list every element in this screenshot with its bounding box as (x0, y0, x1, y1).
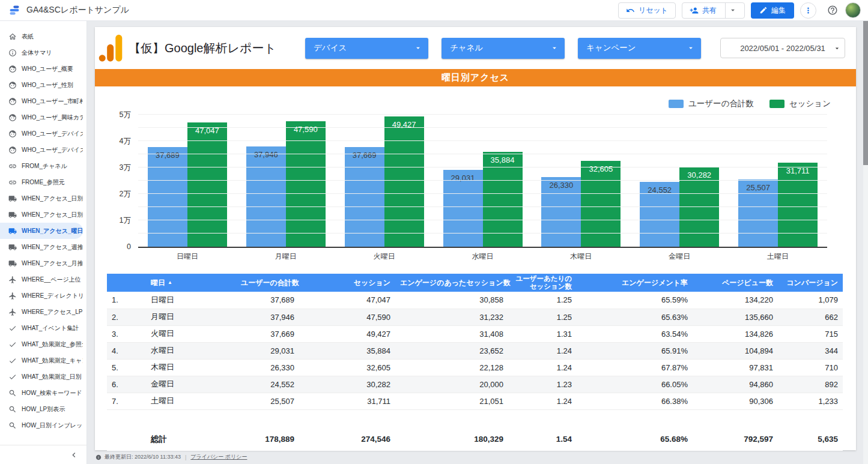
table-cell: 32,605 (299, 359, 395, 376)
table-cell: 35,884 (299, 342, 395, 359)
bar[interactable]: 29,031 (443, 170, 483, 247)
table-row[interactable]: 3.火曜日37,66949,42731,4081.3163.54%134,826… (107, 325, 843, 342)
sidebar-item[interactable]: HOW_日別インプレッシ... (0, 417, 83, 433)
bar-value-label: 37,946 (246, 150, 286, 159)
scrollbar-thumb[interactable] (863, 21, 868, 165)
gridline (138, 154, 827, 154)
sidebar-footer (0, 445, 86, 464)
filter-label: チャネル (450, 43, 483, 53)
column-header[interactable]: ユーザーの合計数 (236, 274, 299, 292)
y-axis-tick-label: 0 (127, 243, 131, 251)
sidebar-item-label: WHAT_効果測定_キャン... (22, 357, 83, 365)
date-range-picker[interactable]: 2022/05/01 - 2022/05/31 (720, 38, 845, 58)
bar[interactable]: 37,669 (345, 147, 384, 247)
column-header[interactable]: ページビュー数 (693, 274, 778, 292)
bar[interactable]: 37,689 (148, 147, 187, 247)
column-header[interactable]: セッション (299, 274, 395, 292)
table-cell: 135,660 (693, 309, 778, 325)
sidebar-item[interactable]: WHAT_効果測定_日別 (0, 369, 83, 385)
sidebar-item[interactable]: WHEN_アクセス_月推移 (0, 255, 83, 271)
table-row[interactable]: 1.日曜日37,68947,04730,8581.2565.59%134,220… (107, 292, 843, 309)
sidebar-item[interactable]: HOW_検索キーワード (0, 385, 83, 401)
bar[interactable]: 24,552 (640, 182, 679, 247)
filter-dropdown[interactable]: デバイス (305, 38, 428, 59)
column-header-label: 曜日 (151, 279, 165, 287)
column-header[interactable]: エンゲージのあったセッション数 (395, 274, 508, 292)
table-cell: 65.63% (577, 309, 693, 325)
sidebar-item[interactable]: WHEN_アクセス_曜日別 (0, 223, 83, 239)
sidebar-item[interactable]: WHO_ユーザ_デバイス (0, 125, 83, 142)
sidebar-item[interactable]: WHAT_イベント集計 (0, 320, 83, 336)
sidebar-item[interactable]: WHEN_アクセス_日別 (0, 190, 83, 206)
privacy-policy-link[interactable]: プライバシー ポリシー (190, 453, 247, 461)
column-header[interactable]: ユーザーあたりの セッション数 (508, 274, 577, 292)
chart-bars: 37,68947,04737,94647,59037,66949,42729,0… (138, 115, 827, 247)
sidebar-item[interactable]: 表紙 (0, 28, 83, 44)
sidebar-item[interactable]: WHO_ユーザー_市町村 (0, 93, 83, 109)
sidebar-item[interactable]: FROM_チャネル (0, 158, 83, 174)
face-icon (8, 146, 17, 154)
table-cell: 月曜日 (146, 309, 236, 325)
sidebar-item-label: HOW_日別インプレッシ... (22, 421, 83, 430)
face-icon (8, 146, 17, 154)
table-cell: 1,233 (778, 393, 843, 409)
sidebar-item[interactable]: WHO_ユーザ_興味カテ... (0, 109, 83, 125)
table-cell: 47,590 (299, 309, 395, 325)
sidebar-item[interactable]: WHO_ユーザ_概要 (0, 61, 83, 77)
table-cell: 金曜日 (146, 376, 236, 393)
help-button[interactable] (826, 4, 839, 17)
truck-icon (8, 227, 17, 235)
bar[interactable]: 26,330 (541, 177, 581, 247)
sidebar-item[interactable]: HOW_LP別表示 (0, 401, 83, 417)
sidebar-item[interactable]: WHERE_ディレクトリ上位 (0, 288, 83, 304)
bar[interactable]: 37,946 (246, 146, 286, 247)
share-button[interactable]: 共有 (682, 2, 745, 19)
app-title: GA4&SCレポートサンプル (26, 5, 129, 16)
table-cell: 710 (778, 359, 843, 376)
table-row[interactable]: 4.水曜日29,03135,88423,6521.2465.91%104,894… (107, 342, 843, 359)
sidebar-collapse-button[interactable] (67, 448, 80, 462)
column-header[interactable] (107, 274, 146, 292)
sidebar-item[interactable]: WHAT_効果測定_参照元別 (0, 336, 83, 352)
edit-button[interactable]: 編集 (751, 2, 794, 19)
row-index: 3. (107, 325, 146, 342)
filter-dropdown[interactable]: チャネル (442, 38, 565, 59)
sidebar-item[interactable]: WHERE_アクセス_LP (0, 304, 83, 320)
sidebar-item[interactable]: WHO_ユーザ_デバイス... (0, 142, 83, 158)
column-header[interactable]: 曜日▲ (146, 274, 236, 292)
sidebar-item[interactable]: WHEN_アクセス_日別昇順 (0, 206, 83, 223)
column-header[interactable]: エンゲージメント率 (577, 274, 693, 292)
truck-icon (8, 211, 17, 219)
plane-icon (8, 276, 17, 284)
chart-plot-area: 37,68947,04737,94647,59037,66949,42729,0… (138, 115, 827, 248)
more-options-button[interactable] (800, 2, 816, 19)
sidebar-item[interactable]: WHO_ユーザ_性別 (0, 77, 83, 93)
sidebar-item[interactable]: WHEN_アクセス_週推移 (0, 239, 83, 255)
table-row[interactable]: 6.金曜日24,55230,28220,0001.2366.05%94,8608… (107, 376, 843, 393)
filter-dropdown[interactable]: キャンペーン (578, 38, 701, 59)
column-header[interactable]: コンバージョン (778, 274, 843, 292)
user-avatar[interactable] (845, 2, 861, 18)
legend-swatch (669, 100, 684, 108)
bar[interactable]: 47,047 (187, 122, 227, 247)
reset-button[interactable]: リセット (618, 2, 676, 19)
bar[interactable]: 25,507 (738, 179, 778, 247)
table-cell: 日曜日 (146, 292, 236, 309)
table-cell: 23,652 (395, 342, 508, 359)
face-icon (8, 81, 17, 89)
home-icon (8, 32, 17, 41)
bar[interactable]: 31,711 (778, 163, 818, 247)
sidebar-item[interactable]: 全体サマリ (0, 44, 83, 61)
table-row[interactable]: 5.木曜日26,33032,60522,1281.2467.87%97,8317… (107, 359, 843, 376)
table-row[interactable]: 2.月曜日37,94647,59031,2321.2565.63%135,660… (107, 309, 843, 325)
truck-icon (8, 259, 17, 268)
sidebar-item[interactable]: WHAT_効果測定_キャン... (0, 352, 83, 369)
bar[interactable]: 49,427 (384, 116, 424, 247)
table-row[interactable]: 7.土曜日25,50731,71121,0511.2466.38%90,3061… (107, 393, 843, 409)
share-dropdown-caret[interactable] (725, 3, 737, 18)
sidebar-item[interactable]: FROME_参照元 (0, 174, 83, 190)
sidebar-item-label: 全体サマリ (22, 49, 52, 57)
bar[interactable]: 32,605 (581, 161, 621, 247)
sidebar-item[interactable]: WHERE__ページ上位 (0, 271, 83, 288)
column-header-label: ユーザーあたりの セッション数 (515, 275, 572, 290)
